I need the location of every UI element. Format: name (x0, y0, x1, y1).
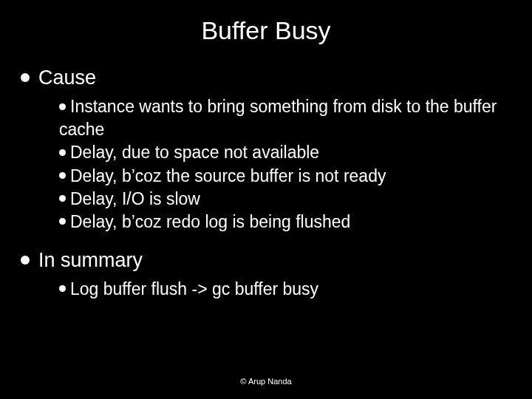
bullet-icon (21, 73, 30, 82)
list-item: Instance wants to bring something from d… (59, 95, 510, 141)
list-item-text: Instance wants to bring something from d… (59, 97, 497, 139)
bullet-icon (59, 285, 66, 292)
list-item-text: Delay, due to space not available (70, 143, 319, 162)
bullet-label: In summary (38, 248, 143, 272)
list-item-text: Delay, b’coz the source buffer is not re… (70, 166, 386, 185)
bullet-icon (59, 149, 66, 156)
bullet-icon (59, 195, 66, 202)
summary-sublist: Log buffer flush -> gc buffer busy (21, 278, 517, 301)
bullet-label: Cause (38, 66, 96, 89)
bullet-cause: Cause (21, 66, 517, 89)
bullet-icon (59, 172, 66, 179)
bullet-summary: In summary (21, 248, 517, 272)
list-item: Delay, I/O is slow (59, 188, 510, 211)
bullet-icon (21, 256, 30, 265)
bullet-icon (59, 103, 66, 110)
footer-copyright: © Arup Nanda (0, 377, 532, 386)
list-item-text: Delay, I/O is slow (70, 189, 200, 208)
list-item-text: Delay, b’coz redo log is being flushed (70, 212, 350, 231)
slide-content: Cause Instance wants to bring something … (0, 66, 532, 301)
list-item: Log buffer flush -> gc buffer busy (59, 278, 510, 301)
bullet-icon (59, 218, 66, 225)
list-item-text: Log buffer flush -> gc buffer busy (70, 279, 318, 299)
cause-sublist: Instance wants to bring something from d… (21, 95, 517, 233)
list-item: Delay, due to space not available (59, 141, 510, 164)
list-item: Delay, b’coz redo log is being flushed (59, 211, 510, 233)
slide-title: Buffer Busy (0, 0, 532, 66)
list-item: Delay, b’coz the source buffer is not re… (59, 165, 510, 188)
